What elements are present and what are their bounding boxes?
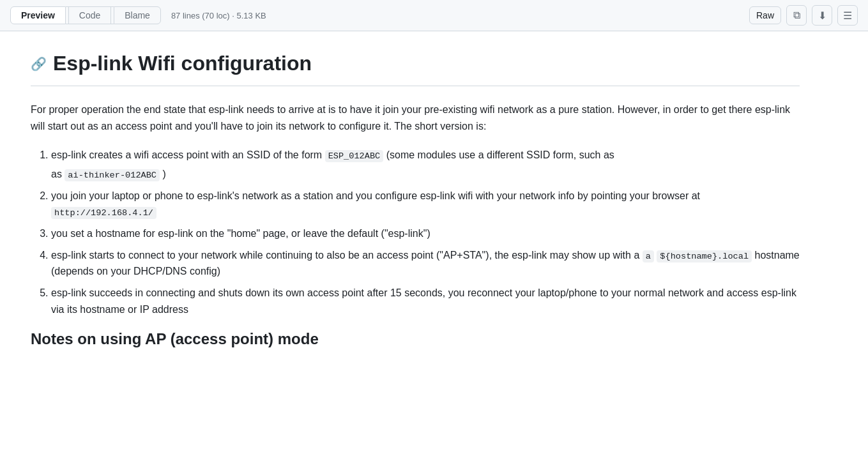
title-divider: [31, 86, 800, 86]
list-item-text: esp-link starts to connect to your netwo…: [51, 250, 643, 261]
download-icon: ⬇: [818, 10, 826, 22]
code-ai-thinker: ai-thinker-012ABC: [65, 169, 160, 181]
toolbar-actions: Raw ⧉ ⬇ ☰: [749, 5, 858, 26]
list-item-text: you set a hostname for esp-link on the "…: [51, 228, 430, 239]
lines-button[interactable]: ☰: [837, 5, 858, 26]
list-item-text2: (some modules use a different SSID form,…: [383, 149, 614, 160]
download-button[interactable]: ⬇: [812, 5, 832, 26]
copy-icon: ⧉: [793, 10, 800, 21]
anchor-icon[interactable]: 🔗: [31, 56, 47, 72]
steps-list: esp-link creates a wifi access point wit…: [31, 147, 800, 317]
code-url: http://192.168.4.1/: [51, 207, 156, 219]
list-item: you join your laptop or phone to esp-lin…: [51, 188, 800, 220]
toolbar: Preview Code Blame 87 lines (70 loc) · 5…: [0, 0, 868, 31]
content-area: 🔗 Esp-link Wifi configuration For proper…: [0, 31, 830, 368]
list-item: esp-link succeeds in connecting and shut…: [51, 285, 800, 317]
list-item-paren: ): [160, 169, 166, 179]
list-item-sub: as ai-thinker-012ABC ): [51, 166, 800, 183]
list-item-text: esp-link succeeds in connecting and shut…: [51, 287, 796, 315]
tab-blame[interactable]: Blame: [114, 6, 161, 24]
raw-button[interactable]: Raw: [749, 6, 781, 24]
list-item-text: you join your laptop or phone to esp-lin…: [51, 190, 700, 201]
tab-group: Preview Code Blame: [10, 6, 161, 24]
code-esp012abc: ESP_012ABC: [325, 150, 384, 162]
as-text: as: [51, 169, 65, 179]
intro-paragraph: For proper operation the end state that …: [31, 102, 800, 134]
list-item: esp-link creates a wifi access point wit…: [51, 147, 800, 183]
title-wrap: 🔗 Esp-link Wifi configuration: [31, 52, 800, 75]
code-hostname: ${hostname}.local: [657, 250, 752, 262]
file-info: 87 lines (70 loc) · 5.13 KB: [171, 11, 266, 20]
tab-preview[interactable]: Preview: [10, 6, 66, 24]
lines-icon: ☰: [843, 10, 852, 22]
section-heading: Notes on using AP (access point) mode: [31, 330, 800, 348]
list-item: esp-link starts to connect to your netwo…: [51, 247, 800, 280]
tab-code[interactable]: Code: [68, 6, 111, 24]
copy-button[interactable]: ⧉: [786, 5, 807, 26]
code-a: a: [643, 250, 654, 262]
list-item: you set a hostname for esp-link on the "…: [51, 225, 800, 242]
list-item-text: esp-link creates a wifi access point wit…: [51, 149, 325, 160]
page-title: Esp-link Wifi configuration: [53, 52, 312, 75]
